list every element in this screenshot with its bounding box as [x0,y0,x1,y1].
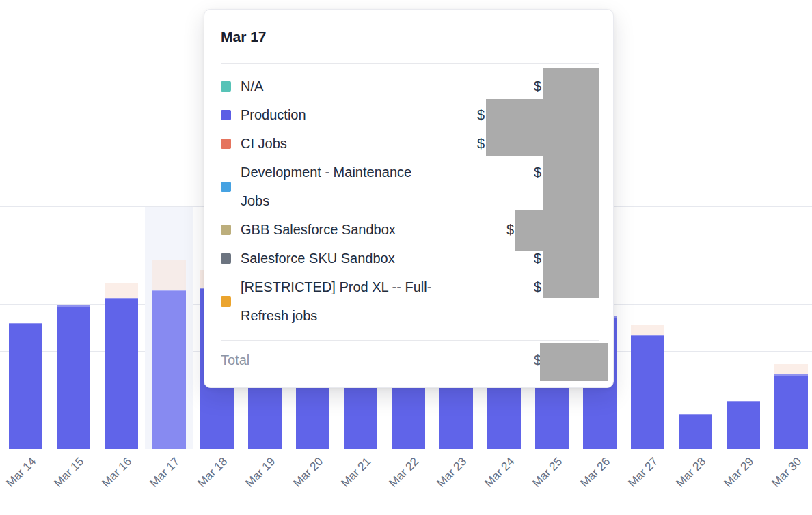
x-axis-label: Mar 29 [722,455,757,490]
series-color-swatch [221,182,231,192]
bar-ci-segment[interactable] [152,260,186,290]
x-axis-label: Mar 23 [435,455,470,490]
redaction-overlay [540,343,608,381]
series-color-swatch [221,81,231,92]
redaction-overlay [486,99,543,156]
tooltip-title: Mar 17 [221,27,599,46]
series-label: CI Jobs [241,129,477,158]
bar-ci-segment[interactable] [105,283,138,298]
series-label: [RESTRICTED] Prod XL -- Full- Refresh jo… [241,273,492,330]
series-label: GBB Salesforce Sandbox [241,215,492,244]
redaction-overlay [515,210,543,251]
x-axis-label: Mar 15 [52,455,87,490]
x-axis-label: Mar 19 [243,455,279,490]
x-axis-label: Mar 20 [291,455,327,490]
series-color-swatch [221,225,231,235]
x-axis-label: Mar 26 [578,455,614,490]
bar[interactable] [727,401,760,449]
x-axis-label: Mar 16 [100,455,135,490]
tooltip-row: Development - Maintenance Jobs$ [221,158,599,215]
series-color-swatch [221,110,231,120]
x-axis-label: Mar 27 [626,455,662,490]
bar[interactable] [679,414,712,449]
bar[interactable] [631,335,664,449]
bar[interactable] [152,290,186,449]
x-axis-label: Mar 18 [195,455,231,490]
x-axis-label: Mar 28 [674,455,709,490]
series-color-swatch [221,139,231,149]
tooltip-row: [RESTRICTED] Prod XL -- Full- Refresh jo… [221,273,599,330]
chart-tooltip: Mar 17 N/A$Production$CI Jobs$Developmen… [204,9,614,388]
tooltip-divider [221,63,599,64]
bar-ci-segment[interactable] [631,325,664,335]
bar[interactable] [9,323,42,449]
bar-ci-segment[interactable] [774,364,808,374]
series-label: Salesforce SKU Sandbox [241,244,492,273]
x-axis-label: Mar 21 [339,455,375,490]
series-label: Development - Maintenance Jobs [241,158,492,215]
bar[interactable] [57,305,90,449]
x-axis-label: Mar 17 [148,455,183,490]
x-axis-label: Mar 22 [387,455,422,490]
x-axis-label: Mar 24 [483,455,518,490]
x-axis-label: Mar 30 [770,455,805,490]
tooltip-row: N/A$ [221,72,599,100]
bar[interactable] [774,374,808,449]
series-color-swatch [221,253,231,264]
series-color-swatch [221,296,231,307]
bar[interactable] [105,298,138,449]
total-label: Total [221,345,472,375]
redaction-overlay [543,68,599,298]
x-axis-label: Mar 25 [530,455,566,490]
tooltip-total-divider [221,340,599,341]
x-axis-label: Mar 14 [4,455,40,490]
series-label: Production [241,100,477,129]
x-axis-line [0,449,812,449]
series-label: N/A [241,72,492,100]
